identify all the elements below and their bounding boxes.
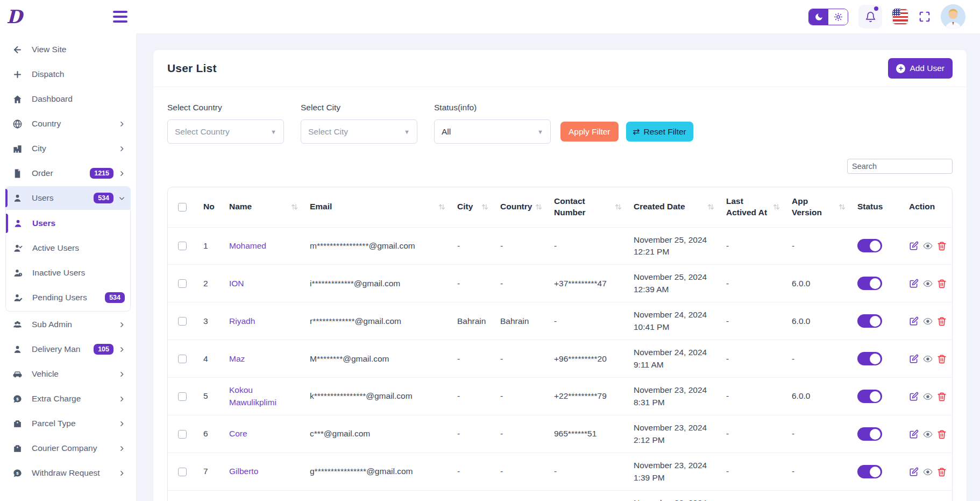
cell-last-actived: - [721,415,786,453]
sidebar-item-parcel-type[interactable]: Parcel Type [5,412,131,435]
user-name-link[interactable]: Core [229,429,247,438]
column-header-city[interactable]: City [452,187,495,227]
theme-toggle[interactable] [808,9,848,25]
sidebar-item-dashboard[interactable]: Dashboard [5,87,131,111]
delete-button[interactable] [937,316,947,326]
city-filter-group: Select City Select City ▼ [301,103,417,144]
view-button[interactable] [923,241,933,251]
sort-icon[interactable] [534,202,543,211]
status-toggle[interactable] [857,314,882,328]
status-toggle[interactable] [857,465,882,478]
reset-filter-button[interactable]: ⇄ Reset Filter [626,122,693,142]
sidebar-item-courier-company[interactable]: Courier Company [5,436,131,460]
user-name-link[interactable]: Riyadh [229,316,255,326]
column-header-app-version[interactable]: App Version [786,187,852,227]
sun-icon[interactable] [828,9,848,25]
select-all-checkbox[interactable] [178,203,187,211]
edit-button[interactable] [909,392,919,401]
column-header-contact-number[interactable]: Contact Number [549,187,628,227]
sort-icon[interactable] [772,202,781,211]
column-header-last-actived-at[interactable]: Last Actived At [721,187,786,227]
sidebar-item-extra-charge[interactable]: $Extra Charge [5,387,131,411]
avatar[interactable] [941,4,965,29]
column-header-email[interactable]: Email [304,187,452,227]
edit-button[interactable] [909,241,919,251]
view-button[interactable] [923,392,933,401]
sidebar-item-order[interactable]: Order1215 [5,161,131,185]
user-name-link[interactable]: Gilberto [229,467,258,476]
row-checkbox[interactable] [178,279,187,288]
sidebar-item-view-site[interactable]: View Site [5,38,131,61]
status-toggle[interactable] [857,277,882,290]
edit-button[interactable] [909,279,919,288]
sort-icon[interactable] [437,202,446,211]
delete-button[interactable] [937,467,947,477]
sidebar-item-pending-users[interactable]: Pending Users534 [6,285,130,310]
row-checkbox[interactable] [178,430,187,439]
sidebar-item-dispatch[interactable]: Dispatch [5,62,131,86]
sidebar-item-vehicle[interactable]: Vehicle [5,362,131,386]
sort-icon[interactable] [706,202,715,211]
sidebar-item-sub-admin[interactable]: Sub Admin [5,313,131,336]
notifications-button[interactable] [858,5,882,29]
app-logo[interactable]: D [6,8,22,26]
view-button[interactable] [923,354,933,364]
row-checkbox[interactable] [178,317,187,326]
status-toggle[interactable] [857,427,882,441]
edit-button[interactable] [909,467,919,477]
users-group-icon [12,319,23,330]
edit-button[interactable] [909,316,919,326]
delete-button[interactable] [937,354,947,364]
edit-button[interactable] [909,354,919,364]
user-name-link[interactable]: Mohamed [229,241,266,250]
user-name-link[interactable]: Kokou Mawulikplimi [229,385,276,406]
sidebar-item-users[interactable]: Users534 [5,186,131,210]
cell-last-actived: - [721,340,786,378]
apply-filter-button[interactable]: Apply Filter [560,122,619,142]
user-name-link[interactable]: Maz [229,354,245,363]
moon-icon[interactable] [809,9,828,25]
row-checkbox[interactable] [178,355,187,363]
row-checkbox[interactable] [178,392,187,401]
sidebar-item-withdraw-request[interactable]: $Withdraw Request [5,461,131,485]
delete-button[interactable] [937,279,947,288]
view-button[interactable] [923,467,933,477]
column-header-created-date[interactable]: Created Date [628,187,721,227]
sidebar-item-city[interactable]: City [5,137,131,160]
view-button[interactable] [923,279,933,288]
delete-button[interactable] [937,241,947,251]
sort-icon[interactable] [480,202,489,211]
status-select[interactable]: All ▼ [434,119,551,144]
sort-icon[interactable] [290,202,299,211]
city-select[interactable]: Select City ▼ [301,119,417,144]
delete-button[interactable] [937,392,947,401]
sidebar-item-country[interactable]: Country [5,112,131,136]
view-button[interactable] [923,316,933,326]
view-button[interactable] [923,429,933,439]
caret-down-icon: ▼ [271,129,276,135]
status-toggle[interactable] [857,352,882,365]
column-header-name[interactable]: Name [224,187,304,227]
sidebar-item-active-users[interactable]: Active Users [6,236,130,260]
country-select[interactable]: Select Country ▼ [167,119,284,144]
cell-no: 5 [198,378,224,415]
sidebar-item-users[interactable]: Users [6,211,130,236]
delete-button[interactable] [937,429,947,439]
row-checkbox[interactable] [178,468,187,476]
status-toggle[interactable] [857,239,882,252]
caret-down-icon: ▼ [404,129,410,135]
us-flag-icon[interactable] [892,9,908,25]
column-header-country[interactable]: Country [495,187,549,227]
sort-icon[interactable] [614,202,623,211]
fullscreen-button[interactable] [919,11,931,23]
search-input[interactable] [847,159,953,174]
hamburger-menu-icon[interactable] [111,9,129,24]
status-toggle[interactable] [857,390,882,403]
edit-button[interactable] [909,429,919,439]
sidebar-item-delivery-man[interactable]: Delivery Man105 [5,337,131,361]
sidebar-item-inactive-users[interactable]: Inactive Users [6,260,130,285]
add-user-button[interactable]: + Add User [888,58,953,79]
row-checkbox[interactable] [178,242,187,250]
sort-icon[interactable] [837,202,847,211]
user-name-link[interactable]: ION [229,279,244,288]
